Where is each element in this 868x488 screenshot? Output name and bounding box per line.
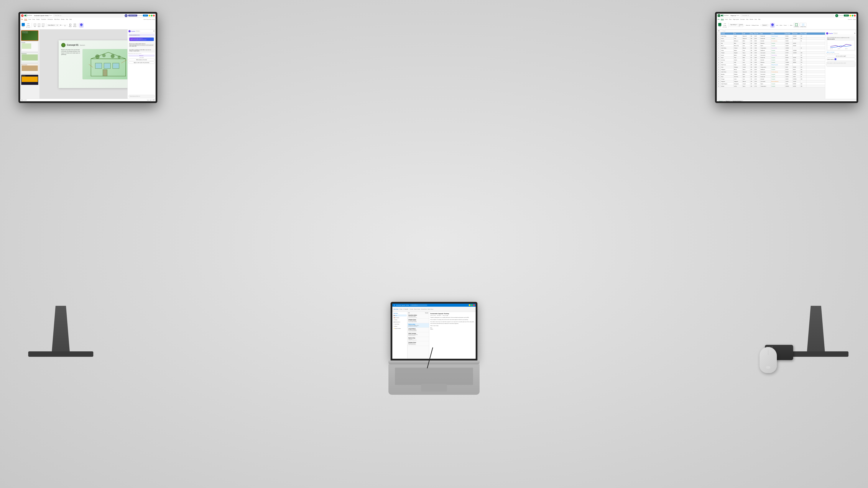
cell-city-19[interactable]: Singapore bbox=[734, 80, 742, 83]
excel-font-size[interactable]: General ▼ bbox=[739, 24, 743, 27]
cell-days-21[interactable]: 186 bbox=[800, 85, 806, 87]
col-header-type[interactable]: Type bbox=[760, 33, 771, 35]
cell-city-12[interactable]: Seoul bbox=[734, 64, 742, 66]
excel-format-btn[interactable]: 🖌 Format bbox=[722, 26, 727, 28]
col-header-days[interactable]: Proj. Length (days) bbox=[800, 33, 806, 35]
cell-start-21[interactable]: 10/16/23 bbox=[785, 85, 793, 87]
cell-days-5[interactable]: 19 bbox=[800, 47, 806, 49]
outlook-unread-btn[interactable]: Unread | Read bbox=[421, 308, 427, 310]
cell-end-17[interactable]: 1/3/24 bbox=[793, 75, 800, 78]
cell-sqft-19[interactable]: 2,500 bbox=[754, 80, 760, 83]
excel-styles-btn[interactable]: Styles bbox=[789, 25, 793, 26]
excel-merge-btn[interactable]: ⊞ Merge & Center bbox=[751, 25, 759, 26]
cell-city-18[interactable]: Lisbon bbox=[734, 78, 742, 80]
cell-start-18[interactable]: 10/1/22 bbox=[785, 78, 793, 80]
cell-reference[interactable]: A1 bbox=[718, 30, 723, 32]
cell-start-12[interactable]: 12/22/23 bbox=[785, 64, 793, 66]
excel-close-btn[interactable] bbox=[854, 15, 856, 17]
email-item-2[interactable]: Christian Carrier Re: Morning Briefing G… bbox=[407, 319, 429, 323]
cell-end-6[interactable]: 12/10/23 bbox=[793, 49, 800, 52]
cell-start-6[interactable]: 7/13/23 bbox=[785, 49, 793, 52]
cell-end-10[interactable]: 2/4/23 bbox=[793, 59, 800, 61]
cell-sqft-9[interactable]: 4,800 bbox=[754, 56, 760, 59]
cell-country-14[interactable]: Philippines bbox=[721, 68, 734, 70]
cell-type-11[interactable]: Education bbox=[760, 61, 771, 63]
tab-file[interactable]: File bbox=[21, 19, 23, 20]
cell-status-4[interactable]: Complete bbox=[771, 44, 785, 46]
tab-animations[interactable]: Animations bbox=[48, 19, 53, 20]
excel-tab-data[interactable]: Data bbox=[746, 19, 748, 20]
slide-thumb-5[interactable]: Solar Power 5 bbox=[21, 75, 38, 85]
excel-minimize-btn[interactable] bbox=[849, 15, 851, 17]
paste-btn[interactable]: Paste bbox=[21, 23, 25, 28]
copilot-add-animations-btn[interactable]: Add animations to this slide bbox=[128, 59, 155, 61]
cell-end-5[interactable] bbox=[793, 47, 800, 49]
excel-tab-file[interactable]: File bbox=[718, 19, 720, 20]
cell-country-3[interactable]: Italy bbox=[721, 42, 734, 44]
excel-comments-btn[interactable]: Comments bbox=[839, 15, 843, 16]
cell-city-17[interactable]: São Paulo bbox=[734, 75, 742, 78]
excel-copy-btn[interactable]: ⎘ Copy bbox=[722, 25, 727, 26]
col-header-start[interactable]: Start Date bbox=[785, 33, 793, 35]
cell-days-10[interactable]: 365 bbox=[800, 59, 806, 61]
present-teams-btn[interactable]: Present Teams bbox=[128, 14, 137, 17]
cell-country-1[interactable]: France bbox=[721, 37, 734, 39]
notes-btn[interactable]: Notes bbox=[147, 100, 149, 101]
underline-btn[interactable]: U bbox=[64, 24, 66, 26]
tab-transitions[interactable]: Transitions bbox=[41, 19, 46, 20]
cell-prog-6[interactable]: 190 bbox=[750, 49, 754, 52]
cell-end-14[interactable]: 4/8/23 bbox=[793, 68, 800, 70]
cell-status-8[interactable]: Proposal Sent bbox=[771, 54, 785, 56]
cell-lead-6[interactable]: Fanis bbox=[742, 49, 750, 52]
outlook-close-btn[interactable] bbox=[473, 304, 475, 306]
cell-sqft-3[interactable]: 4,800 bbox=[754, 42, 760, 44]
cell-start-19[interactable]: 11/1/22 bbox=[785, 80, 793, 83]
excel-paste-btn[interactable]: Paste bbox=[718, 23, 722, 28]
cell-days-14[interactable]: 295 bbox=[800, 68, 806, 70]
nav-drafts[interactable]: 📝 Drafts bbox=[393, 319, 407, 321]
excel-maximize-btn[interactable] bbox=[852, 15, 854, 17]
cell-lead-7[interactable]: Naomi bbox=[742, 52, 750, 54]
excel-search[interactable]: ⌕ Search (Alt + Q) bbox=[740, 14, 834, 17]
outlook-search[interactable]: ⌕ Search (Alt + Q) bbox=[410, 304, 427, 306]
cell-prog-8[interactable]: 192 bbox=[750, 54, 754, 56]
email-item-4[interactable]: Joseph Pellerin Re: Quarterly Update Tha… bbox=[407, 328, 429, 332]
copilot-add-about-chip[interactable]: Add about . bbox=[128, 55, 155, 57]
cell-status-11[interactable]: Complete bbox=[771, 61, 785, 63]
col-header-city[interactable]: City bbox=[734, 33, 742, 35]
cell-country-7[interactable]: Thailand bbox=[721, 52, 734, 54]
tab-draw[interactable]: Draw bbox=[32, 19, 35, 20]
cell-sqft-15[interactable]: 4,600 bbox=[754, 71, 760, 73]
cell-city-3[interactable]: Milan bbox=[734, 42, 742, 44]
cell-sqft-17[interactable]: 3,900 bbox=[754, 75, 760, 78]
cell-lead-1[interactable]: Raymond bbox=[742, 37, 750, 39]
tab-view[interactable]: View bbox=[66, 19, 68, 20]
format-painter-btn[interactable]: 🖌 Format bbox=[26, 26, 31, 28]
col-header-end[interactable]: End Date bbox=[793, 33, 800, 35]
cell-start-5[interactable]: 12/20/23 bbox=[785, 47, 793, 49]
email-item-7[interactable]: Christian Carrier Meeting Tomorrow Just … bbox=[407, 341, 429, 346]
nav-junk[interactable]: ⚠ Junk Email bbox=[393, 323, 407, 325]
autosave-toggle[interactable] bbox=[24, 15, 27, 16]
cell-prog-21[interactable]: 185 bbox=[750, 85, 754, 87]
slide-thumb-1[interactable]: Rooftop Garden & Community Space 1 bbox=[21, 30, 38, 41]
cell-end-20[interactable]: 9/16/23 bbox=[793, 83, 800, 85]
cell-days-7[interactable]: 209 bbox=[800, 52, 806, 54]
cell-country-17[interactable]: Brazil bbox=[721, 75, 734, 78]
cell-status-0[interactable]: Writing Proposal bbox=[771, 35, 785, 37]
cell-start-0[interactable]: 8/12/22 bbox=[785, 35, 793, 37]
cell-city-2[interactable]: Melbourne bbox=[734, 40, 742, 42]
cell-lead-2[interactable]: Arthur bbox=[742, 40, 750, 42]
excel-clean-data-btn[interactable]: Clean Data bbox=[794, 23, 799, 28]
copilot-input-field[interactable] bbox=[129, 95, 155, 98]
cell-sqft-8[interactable]: 4,100 bbox=[754, 54, 760, 56]
excel-add-sheet-btn[interactable]: + Add to a new sheet bbox=[826, 52, 856, 53]
cell-status-14[interactable]: Complete bbox=[771, 68, 785, 70]
cell-lead-17[interactable]: Sylvie bbox=[742, 75, 750, 78]
cell-end-12[interactable] bbox=[793, 64, 800, 66]
cell-city-7[interactable]: Bangkok bbox=[734, 52, 742, 54]
cell-country-12[interactable]: South Korea bbox=[721, 64, 734, 66]
cell-type-2[interactable]: Industrial bbox=[760, 40, 771, 42]
italic-btn[interactable]: I bbox=[62, 24, 64, 26]
excel-another-insight-btn[interactable]: Can I see another insight? bbox=[826, 55, 856, 57]
